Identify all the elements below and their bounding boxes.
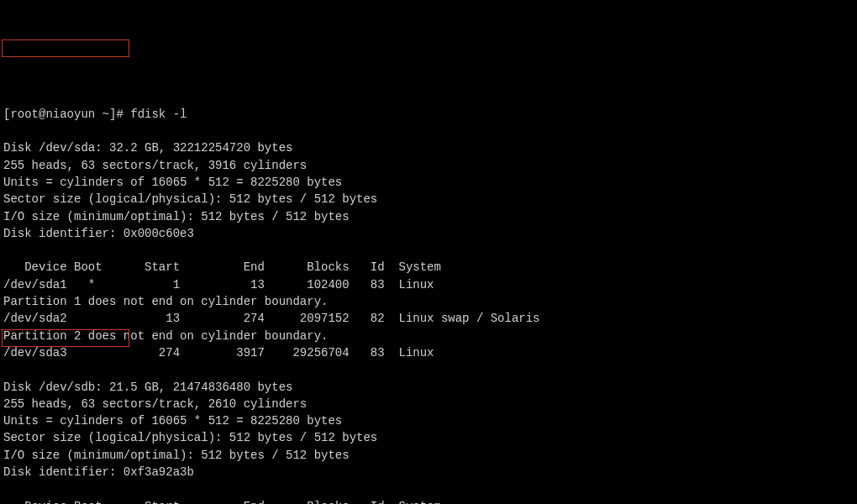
table-row: /dev/sda2 13 274 2097152 82 Linux swap /… bbox=[3, 312, 540, 325]
disk-sda-units: Units = cylinders of 16065 * 512 = 82252… bbox=[3, 176, 342, 189]
disk-sdb-units: Units = cylinders of 16065 * 512 = 82252… bbox=[3, 414, 342, 428]
disk-sdb-geometry: 255 heads, 63 sectors/track, 2610 cylind… bbox=[3, 397, 307, 411]
disk-sda-sector: Sector size (logical/physical): 512 byte… bbox=[3, 192, 377, 206]
disk-sdb-sector: Sector size (logical/physical): 512 byte… bbox=[3, 431, 377, 444]
disk-sdb-io: I/O size (minimum/optimal): 512 bytes / … bbox=[3, 449, 350, 462]
disk-sda-geometry: 255 heads, 63 sectors/track, 3916 cylind… bbox=[3, 159, 307, 172]
disk-sda-io: I/O size (minimum/optimal): 512 bytes / … bbox=[3, 210, 350, 223]
disk-sda-header: Disk /dev/sda: 32.2 GB, 32212254720 byte… bbox=[3, 141, 292, 155]
partition-table-header: Device Boot Start End Blocks Id System bbox=[3, 260, 441, 274]
disk-sdb-identifier: Disk identifier: 0xf3a92a3b bbox=[3, 465, 194, 479]
command-text: fdisk -l bbox=[130, 108, 187, 121]
table-row: /dev/sda3 274 3917 29256704 83 Linux bbox=[3, 346, 434, 360]
highlight-disk-sda bbox=[2, 39, 129, 57]
partition-warning: Partition 2 does not end on cylinder bou… bbox=[3, 329, 328, 343]
partition-warning: Partition 1 does not end on cylinder bou… bbox=[3, 295, 328, 308]
table-row: /dev/sda1 * 1 13 102400 83 Linux bbox=[3, 278, 434, 291]
disk-sdb-header: Disk /dev/sdb: 21.5 GB, 21474836480 byte… bbox=[3, 381, 292, 394]
shell-prompt: [root@niaoyun ~]# bbox=[3, 108, 130, 121]
disk-sda-identifier: Disk identifier: 0x000c60e3 bbox=[3, 227, 194, 240]
partition-table-header: Device Boot Start End Blocks Id System bbox=[3, 500, 441, 504]
